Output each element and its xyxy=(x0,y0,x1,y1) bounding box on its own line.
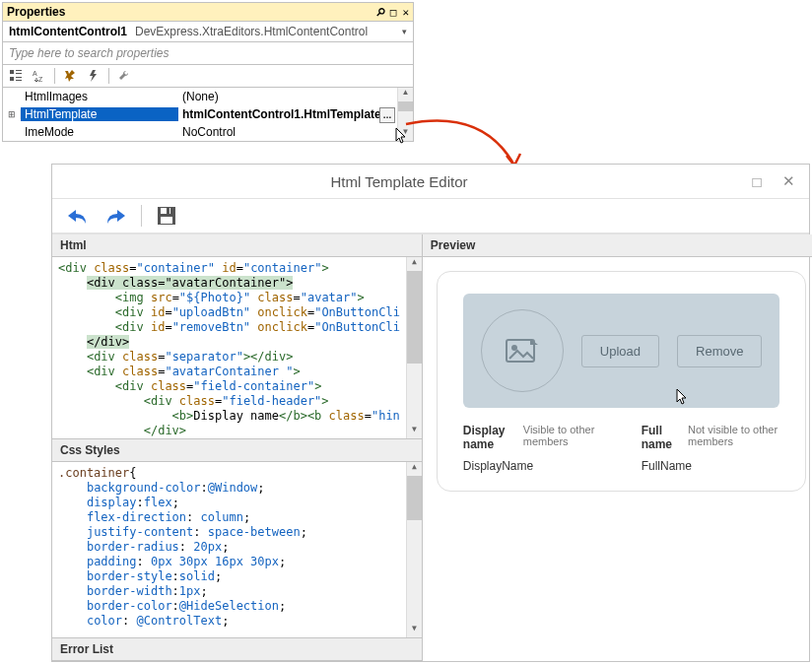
scroll-up-icon[interactable]: ▲ xyxy=(407,462,422,476)
property-name: HtmlTemplate xyxy=(21,107,178,121)
display-name-field: Display name Visible to other members Di… xyxy=(463,424,602,473)
cursor-icon xyxy=(676,388,690,406)
preview-pane: Preview Uploa xyxy=(423,234,812,661)
properties-panel: Properties ⚲ □ ✕ htmlContentControl1 Dev… xyxy=(2,2,414,142)
html-editor[interactable]: <div class="container" id="container"> <… xyxy=(52,257,422,438)
scroll-down-icon[interactable]: ▼ xyxy=(398,127,413,141)
svg-rect-10 xyxy=(167,208,169,214)
display-name-value: DisplayName xyxy=(463,459,602,473)
property-row[interactable]: ⊞HtmlTemplatehtmlContentControl1.HtmlTem… xyxy=(3,105,397,123)
wrench-icon[interactable] xyxy=(115,67,133,85)
properties-title: Properties xyxy=(7,5,65,19)
close-icon[interactable]: ✕ xyxy=(779,172,797,190)
chevron-down-icon[interactable]: ▾ xyxy=(402,27,407,36)
image-icon xyxy=(506,337,539,365)
star-icon[interactable] xyxy=(61,67,79,85)
property-name: ImeMode xyxy=(21,125,178,139)
error-list-section-header[interactable]: Error List xyxy=(52,637,422,661)
property-value[interactable]: htmlContentControl1.HtmlTemplate… xyxy=(178,107,397,121)
property-row[interactable]: HtmlImages(None) xyxy=(3,88,397,105)
full-name-hint: Not visible to other members xyxy=(688,424,779,447)
svg-rect-5 xyxy=(16,80,22,81)
maximize-icon[interactable]: □ xyxy=(390,6,397,19)
object-type: DevExpress.XtraEditors.HtmlContentContro… xyxy=(135,25,402,38)
events-icon[interactable] xyxy=(85,67,102,85)
close-icon[interactable]: ✕ xyxy=(402,6,409,19)
avatar-row: Upload Remove xyxy=(463,294,780,408)
editor-titlebar: Html Template Editor □ ✕ xyxy=(52,165,809,199)
property-name: HtmlImages xyxy=(21,90,178,103)
svg-text:Z: Z xyxy=(38,76,43,83)
categorized-icon[interactable] xyxy=(7,67,25,85)
code-pane: Html <div class="container" id="containe… xyxy=(52,234,423,661)
ellipsis-button[interactable]: … xyxy=(379,107,395,123)
scroll-up-icon[interactable]: ▲ xyxy=(407,257,422,271)
html-section-header[interactable]: Html xyxy=(52,234,422,257)
upload-button[interactable]: Upload xyxy=(581,335,659,367)
maximize-icon[interactable]: □ xyxy=(748,173,766,190)
pin-icon[interactable]: ⚲ xyxy=(376,6,384,19)
scroll-up-icon[interactable]: ▲ xyxy=(398,88,413,101)
editor-toolbar xyxy=(52,199,809,233)
css-scrollbar[interactable]: ▲ ▼ xyxy=(406,462,422,637)
alphabetical-icon[interactable]: AZ xyxy=(31,67,48,85)
properties-header: Properties ⚲ □ ✕ xyxy=(3,3,413,22)
html-scrollbar[interactable]: ▲ ▼ xyxy=(406,257,422,438)
preview-section-header: Preview xyxy=(423,234,812,257)
svg-text:A: A xyxy=(33,70,37,77)
svg-rect-11 xyxy=(161,217,172,224)
grid-scrollbar[interactable]: ▲ ▼ xyxy=(397,88,413,141)
properties-toolbar: AZ xyxy=(3,65,413,88)
toolbar-divider xyxy=(108,68,109,84)
property-grid: HtmlImages(None)⊞HtmlTemplatehtmlContent… xyxy=(3,88,413,141)
property-value[interactable]: NoControl xyxy=(178,125,397,139)
css-section-header[interactable]: Css Styles xyxy=(52,438,422,462)
svg-rect-4 xyxy=(16,77,22,78)
object-selector[interactable]: htmlContentControl1 DevExpress.XtraEdito… xyxy=(3,22,413,42)
undo-icon[interactable] xyxy=(66,206,90,226)
css-editor[interactable]: .container{ background-color:@Window; di… xyxy=(52,462,422,637)
html-template-editor-window: Html Template Editor □ ✕ Html <div class… xyxy=(51,164,810,662)
object-name: htmlContentControl1 xyxy=(9,25,127,38)
editor-title: Html Template Editor xyxy=(331,173,468,190)
save-icon[interactable] xyxy=(156,205,177,227)
toolbar-divider xyxy=(141,205,142,227)
preview-card: Upload Remove Display name Visible to ot… xyxy=(437,271,807,492)
toolbar-divider xyxy=(54,68,55,84)
redo-icon[interactable] xyxy=(103,206,127,226)
property-value[interactable]: (None) xyxy=(178,90,397,103)
svg-rect-3 xyxy=(10,77,14,81)
svg-rect-2 xyxy=(16,73,22,74)
full-name-field: Full name Not visible to other members F… xyxy=(642,424,780,473)
remove-button[interactable]: Remove xyxy=(677,335,762,367)
display-name-hint: Visible to other members xyxy=(523,424,602,447)
display-name-label: Display name xyxy=(463,424,513,451)
full-name-label: Full name xyxy=(642,424,678,451)
property-row[interactable]: ImeModeNoControl xyxy=(3,123,397,141)
svg-rect-0 xyxy=(10,70,14,74)
scroll-down-icon[interactable]: ▼ xyxy=(407,624,422,637)
scroll-down-icon[interactable]: ▼ xyxy=(407,425,422,438)
avatar-placeholder[interactable] xyxy=(481,309,564,392)
search-input[interactable]: Type here to search properties xyxy=(3,42,413,65)
svg-rect-1 xyxy=(16,70,22,71)
expander-icon[interactable]: ⊞ xyxy=(3,109,21,119)
full-name-value: FullName xyxy=(642,459,780,473)
svg-point-13 xyxy=(511,345,517,351)
